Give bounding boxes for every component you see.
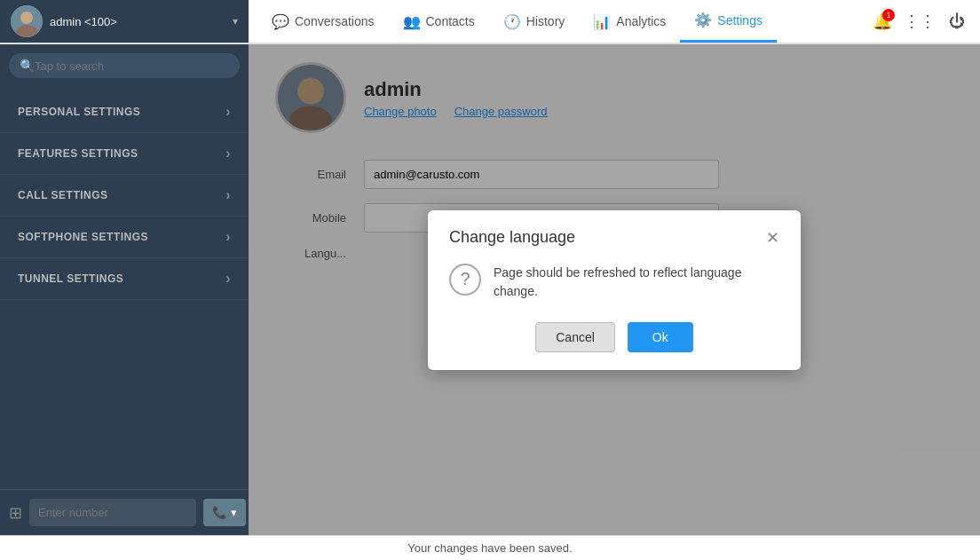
- dialog-footer: Cancel Ok: [449, 322, 779, 352]
- sidebar-bottom: ⊞ 📞 ▾: [0, 489, 249, 535]
- nav-tab-history[interactable]: 🕐History: [489, 0, 580, 43]
- grid-menu-button[interactable]: ⋮⋮: [905, 7, 934, 35]
- chevron-icon-softphone: ›: [225, 229, 231, 245]
- modal-overlay: Change language ✕ ? Page should be refre…: [249, 44, 980, 535]
- nav-tab-contacts[interactable]: 👥Contacts: [389, 0, 489, 43]
- change-language-dialog: Change language ✕ ? Page should be refre…: [428, 210, 801, 370]
- power-button[interactable]: ⏻: [943, 7, 971, 35]
- user-avatar: [11, 5, 43, 37]
- nav-left-brand: admin <100> ▾: [0, 0, 249, 43]
- cancel-button[interactable]: Cancel: [535, 322, 615, 352]
- sidebar: 🔍 PERSONAL SETTINGS›FEATURES SETTINGS›CA…: [0, 44, 249, 535]
- ok-button[interactable]: Ok: [628, 322, 693, 352]
- sidebar-item-tunnel[interactable]: TUNNEL SETTINGS›: [0, 258, 249, 300]
- sidebar-item-softphone[interactable]: SOFTPHONE SETTINGS›: [0, 217, 249, 258]
- chevron-icon-tunnel: ›: [225, 271, 231, 287]
- search-input[interactable]: [35, 59, 229, 73]
- sidebar-item-personal[interactable]: PERSONAL SETTINGS›: [0, 91, 249, 133]
- status-message: Your changes have been saved.: [407, 541, 572, 555]
- analytics-icon: 📊: [593, 13, 611, 30]
- nav-tabs: 💬Conversations👥Contacts🕐History📊Analytic…: [257, 0, 868, 43]
- sidebar-item-label-tunnel: TUNNEL SETTINGS: [18, 272, 123, 285]
- notifications-button[interactable]: 🔔 1: [868, 7, 897, 35]
- chevron-icon-features: ›: [225, 146, 231, 162]
- sidebar-item-label-personal: PERSONAL SETTINGS: [18, 106, 140, 118]
- chevron-icon-personal: ›: [225, 104, 231, 120]
- user-name-label: admin <100>: [50, 15, 229, 28]
- sidebar-item-label-softphone: SOFTPHONE SETTINGS: [18, 231, 148, 243]
- nav-tab-settings[interactable]: ⚙️Settings: [680, 0, 777, 43]
- conversations-icon: 💬: [272, 13, 289, 30]
- history-icon: 🕐: [503, 13, 521, 30]
- dialog-body: ? Page should be refreshed to reflect la…: [449, 264, 779, 301]
- call-button[interactable]: 📞 ▾: [203, 499, 246, 526]
- sidebar-item-label-features: FEATURES SETTINGS: [18, 147, 138, 160]
- nav-right-section: 💬Conversations👥Contacts🕐History📊Analytic…: [249, 0, 980, 43]
- dialog-question-icon: ?: [449, 264, 481, 296]
- search-box[interactable]: 🔍: [9, 53, 240, 78]
- main-area: 🔍 PERSONAL SETTINGS›FEATURES SETTINGS›CA…: [0, 44, 980, 535]
- dialog-message: Page should be refreshed to reflect lang…: [494, 264, 779, 301]
- notification-badge: 1: [882, 9, 895, 21]
- nav-icons: 🔔 1 ⋮⋮ ⏻: [868, 7, 971, 35]
- sidebar-item-label-call: CALL SETTINGS: [18, 189, 108, 201]
- svg-point-1: [20, 12, 33, 24]
- sidebar-item-features[interactable]: FEATURES SETTINGS›: [0, 133, 249, 175]
- content-area: admin Change photo Change password Email…: [249, 44, 980, 535]
- chevron-icon-call: ›: [225, 187, 231, 203]
- sidebar-menu: PERSONAL SETTINGS›FEATURES SETTINGS›CALL…: [0, 87, 249, 489]
- dialpad-icon[interactable]: ⊞: [9, 503, 22, 523]
- dial-input[interactable]: [29, 499, 196, 526]
- status-bar: Your changes have been saved.: [0, 535, 980, 560]
- search-icon: 🔍: [20, 59, 35, 73]
- nav-tab-conversations[interactable]: 💬Conversations: [257, 0, 389, 43]
- user-dropdown-arrow[interactable]: ▾: [233, 15, 238, 28]
- call-button-arrow: ▾: [231, 506, 237, 519]
- dialog-header: Change language ✕: [449, 228, 779, 248]
- phone-icon: 📞: [212, 506, 227, 519]
- sidebar-item-call[interactable]: CALL SETTINGS›: [0, 175, 249, 217]
- settings-icon: ⚙️: [694, 12, 712, 28]
- dialog-close-button[interactable]: ✕: [766, 228, 779, 248]
- dialog-title: Change language: [449, 228, 575, 247]
- contacts-icon: 👥: [403, 13, 421, 30]
- nav-tab-analytics[interactable]: 📊Analytics: [579, 0, 680, 43]
